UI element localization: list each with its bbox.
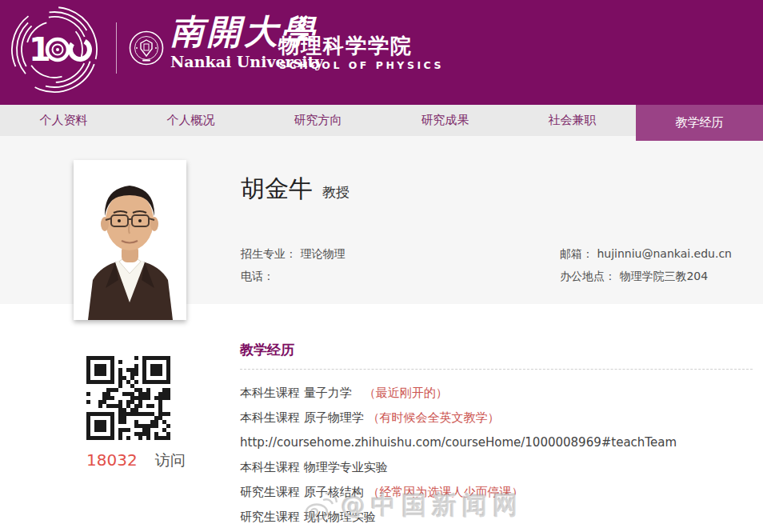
field-major-label: 招生专业： (241, 247, 297, 260)
course-note: （最近刚开的） (364, 386, 448, 400)
course-text: 本科生课程 量子力学 (240, 386, 364, 400)
course-text: 本科生课程 原子物理学 (240, 410, 368, 425)
course-item: 本科生课程 物理学专业实验 (240, 460, 753, 474)
field-phone: 电话： (241, 265, 345, 287)
professor-rank: 教授 (322, 184, 350, 200)
profile-photo (74, 160, 186, 320)
field-email-value: hujinniu@nankai.edu.cn (597, 247, 732, 260)
tab-teaching-experience[interactable]: 教学经历 (636, 105, 763, 141)
school-name-zh: 物理科学学院 (278, 32, 413, 60)
teaching-section: 教学经历 本科生课程 量子力学 （最近刚开的） 本科生课程 原子物理学 （有时候… (240, 341, 753, 532)
nankai-seal-icon (129, 30, 164, 66)
tab-research-direction[interactable]: 研究方向 (254, 105, 382, 136)
header-divider (116, 22, 117, 74)
qr-code-image (86, 356, 170, 440)
field-major-value: 理论物理 (300, 247, 345, 260)
contact-fields-left: 招生专业： 理论物理 电话： (241, 242, 345, 287)
faculty-profile-page: 1 南開大學 Nankai University 物理科学学院 SCHOOL O… (0, 0, 763, 532)
visit-counter: 18032 访问 (86, 450, 198, 471)
course-url[interactable]: http://coursehome.zhihuishu.com/courseHo… (240, 435, 677, 450)
tab-research-results[interactable]: 研究成果 (382, 105, 509, 136)
course-text: 研究生课程 现代物理实验 (240, 510, 376, 524)
course-item: http://coursehome.zhihuishu.com/courseHo… (240, 435, 753, 450)
course-item: 本科生课程 原子物理学 （有时候会全英文教学） (240, 410, 753, 425)
visit-count: 18032 (86, 450, 138, 470)
field-major: 招生专业： 理论物理 (241, 242, 345, 265)
qr-block: 18032 访问 (86, 356, 198, 471)
course-note: （有时候会全英文教学） (368, 410, 500, 425)
nav-tabbar: 个人资料 个人概况 研究方向 研究成果 社会兼职 教学经历 (0, 105, 763, 136)
course-list: 本科生课程 量子力学 （最近刚开的） 本科生课程 原子物理学 （有时候会全英文教… (240, 386, 753, 524)
course-item: 本科生课程 量子力学 （最近刚开的） (240, 386, 753, 400)
tab-social-positions[interactable]: 社会兼职 (509, 105, 636, 136)
field-office-label: 办公地点： (560, 270, 616, 282)
professor-name: 胡金牛 (241, 174, 313, 202)
anniversary-100-icon: 1 (6, 5, 102, 94)
tab-personal-overview[interactable]: 个人概况 (127, 105, 254, 136)
field-email: 邮箱： hujinniu@nankai.edu.cn (560, 242, 732, 265)
field-email-label: 邮箱： (560, 247, 593, 260)
visit-label: 访问 (155, 451, 186, 469)
field-phone-label: 电话： (241, 270, 274, 282)
course-item: 研究生课程 现代物理实验 (240, 510, 753, 524)
course-text: 研究生课程 原子核结构 (240, 485, 368, 499)
field-office-value: 物理学院三教204 (619, 270, 708, 282)
course-note: （经常因为选课人少而停课） (368, 485, 524, 499)
portrait-image (74, 160, 186, 320)
name-row: 胡金牛教授 (241, 173, 350, 206)
tab-personal-info[interactable]: 个人资料 (0, 105, 127, 136)
course-text: 本科生课程 物理学专业实验 (240, 460, 388, 474)
field-office: 办公地点： 物理学院三教204 (560, 265, 732, 287)
site-header: 1 南開大學 Nankai University 物理科学学院 SCHOOL O… (0, 0, 763, 105)
section-divider (240, 369, 753, 370)
contact-fields-right: 邮箱： hujinniu@nankai.edu.cn 办公地点： 物理学院三教2… (560, 242, 732, 287)
section-title: 教学经历 (240, 341, 753, 359)
course-item: 研究生课程 原子核结构 （经常因为选课人少而停课） (240, 485, 753, 499)
school-name-en: SCHOOL OF PHYSICS (279, 59, 444, 71)
